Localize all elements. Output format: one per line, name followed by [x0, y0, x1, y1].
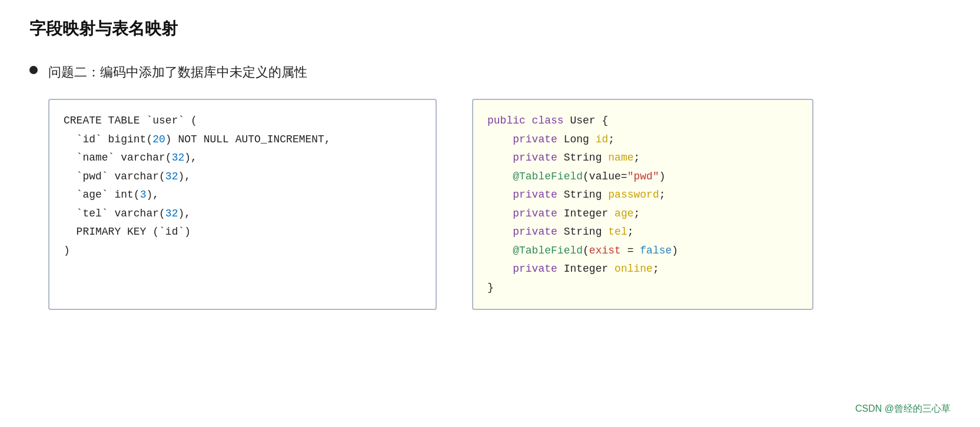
java-line-10: } [487, 279, 798, 298]
footer-text: CSDN @曾经的三心草 [855, 403, 951, 415]
java-line-8: @TableField(exist = false) [487, 242, 798, 261]
bullet-item: 问题二：编码中添加了数据库中未定义的属性 [29, 64, 951, 81]
bullet-dot [29, 66, 38, 74]
page-title: 字段映射与表名映射 [29, 18, 951, 40]
sql-line-4: `pwd` varchar(32), [64, 168, 421, 186]
java-line-7: private String tel; [487, 223, 798, 242]
java-line-4: @TableField(value="pwd") [487, 168, 798, 186]
code-panels: CREATE TABLE `user` ( `id` bigint(20) NO… [48, 99, 951, 310]
sql-line-1: CREATE TABLE `user` ( [64, 112, 421, 131]
bullet-text: 问题二：编码中添加了数据库中未定义的属性 [48, 64, 307, 81]
sql-line-7: PRIMARY KEY (`id`) [64, 223, 421, 242]
java-code-box: public class User { private Long id; pri… [472, 99, 813, 310]
sql-line-2: `id` bigint(20) NOT NULL AUTO_INCREMENT, [64, 131, 421, 149]
java-line-9: private Integer online; [487, 260, 798, 279]
sql-line-6: `tel` varchar(32), [64, 205, 421, 223]
java-line-3: private String name; [487, 149, 798, 168]
java-line-1: public class User { [487, 112, 798, 131]
sql-line-3: `name` varchar(32), [64, 149, 421, 168]
sql-code-box: CREATE TABLE `user` ( `id` bigint(20) NO… [48, 99, 437, 310]
sql-line-5: `age` int(3), [64, 186, 421, 205]
java-line-2: private Long id; [487, 131, 798, 149]
java-line-6: private Integer age; [487, 205, 798, 223]
sql-line-8: ) [64, 242, 421, 261]
java-line-5: private String password; [487, 186, 798, 205]
